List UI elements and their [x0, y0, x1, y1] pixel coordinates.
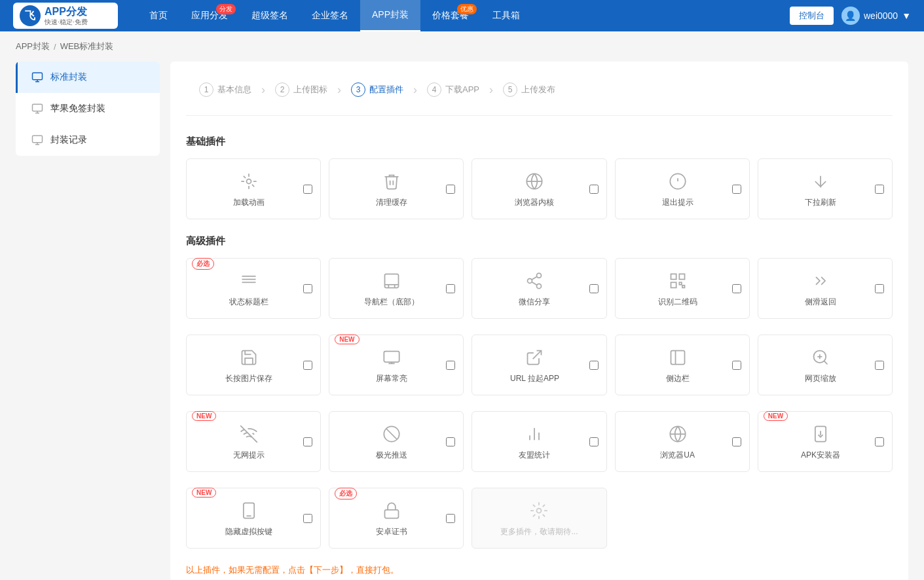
plugin-checkbox-sidebar[interactable] [732, 361, 741, 370]
plugin-name-browserua: 浏览器UA [660, 450, 695, 461]
header: 飞 APP分发 快速·稳定·免费 首页 应用分发 分发 超级签名 企业签名 AP… [0, 0, 924, 31]
plugin-inner: 导航栏（底部） [337, 269, 446, 308]
main-layout: 标准封装 苹果免签封装 封装记录 1 基本信息 [0, 62, 924, 580]
advanced-plugins-row4: NEW 隐藏虚拟按键 必选 [186, 488, 893, 549]
svg-rect-0 [33, 73, 43, 80]
svg-rect-2 [33, 136, 43, 143]
plugin-long-press-save[interactable]: 长按图片保存 [186, 335, 321, 395]
nav-enterprise-sign[interactable]: 企业签名 [300, 0, 360, 31]
plugin-checkbox-statusbar[interactable] [303, 284, 312, 293]
svg-line-33 [824, 361, 827, 364]
svg-point-17 [528, 279, 532, 283]
plugin-clear-cache[interactable]: 清理缓存 [329, 158, 464, 219]
nav-distribution[interactable]: 应用分发 分发 [179, 0, 240, 31]
plugin-no-network[interactable]: NEW 无网提示 [186, 411, 321, 472]
plugin-statusbar[interactable]: 必选 状态标题栏 [186, 258, 321, 319]
plugin-checkbox-androidcert[interactable] [446, 514, 455, 523]
plugin-name-bottomnav: 导航栏（底部） [364, 297, 419, 308]
plugin-inner: 屏幕常亮 [337, 346, 446, 384]
nav-toolbox[interactable]: 工具箱 [481, 0, 532, 31]
plugin-wechat-share[interactable]: 微信分享 [471, 258, 606, 319]
plugin-checkbox-longpresssave[interactable] [303, 361, 312, 370]
plugin-checkbox-bottomnav[interactable] [446, 284, 455, 293]
plugin-checkbox-qrcode[interactable] [732, 284, 741, 293]
plugin-sidebar[interactable]: 侧边栏 [615, 335, 750, 395]
no-network-icon [237, 422, 261, 446]
plugin-browser-ua[interactable]: 浏览器UA [615, 411, 750, 472]
basic-plugins-title: 基础插件 [186, 136, 893, 148]
plugin-checkbox-browser[interactable] [589, 185, 599, 194]
plugin-swipe-back[interactable]: 侧滑返回 [758, 258, 893, 319]
header-right: 控制台 👤 wei0000 ▼ [790, 7, 911, 25]
plugin-inner: 浏览器内核 [480, 170, 589, 208]
plugin-checkbox-refresh[interactable] [875, 185, 884, 194]
nav-super-sign[interactable]: 超级签名 [240, 0, 300, 31]
plugin-checkbox-cache[interactable] [446, 185, 455, 194]
svg-rect-30 [671, 351, 684, 365]
plugin-checkbox-hidenavbar[interactable] [303, 514, 312, 523]
plugin-loading-animation[interactable]: 加载动画 [186, 158, 321, 219]
nav-home[interactable]: 首页 [138, 0, 179, 31]
svg-rect-23 [671, 282, 676, 287]
plugin-checkbox-swipeback[interactable] [875, 284, 884, 293]
breadcrumb-app-package[interactable]: APP封装 [16, 41, 50, 52]
plugin-checkbox-exit[interactable] [732, 185, 741, 194]
plugin-jpush[interactable]: 极光推送 [329, 411, 464, 472]
plugin-apk-installer[interactable]: NEW APK安装器 [758, 411, 893, 472]
plugin-name-apkinstaller: APK安装器 [801, 450, 840, 461]
plugin-checkbox-umeng[interactable] [589, 437, 599, 446]
url-launch-icon [523, 346, 546, 369]
svg-rect-47 [385, 510, 399, 518]
svg-line-8 [821, 181, 826, 187]
sidebar-label-apple: 苹果免签封装 [50, 103, 105, 115]
loading-animation-icon [237, 170, 261, 193]
plugin-checkbox-screenon[interactable] [446, 361, 455, 370]
plugin-screen-always-on[interactable]: NEW 屏幕常亮 [329, 335, 464, 395]
plugin-checkbox-apkinstaller[interactable] [875, 437, 884, 446]
plugin-qrcode[interactable]: 识别二维码 [615, 258, 750, 319]
plugin-checkbox-urllaunch[interactable] [589, 361, 599, 370]
breadcrumb-current: WEB标准封装 [60, 41, 114, 52]
svg-point-16 [537, 273, 542, 278]
svg-rect-1 [33, 104, 43, 111]
footer-note: 以上插件，如果无需配置，点击【下一步】，直接打包。 [186, 564, 893, 576]
nav-pricing[interactable]: 价格套餐 优惠 [420, 0, 481, 31]
sidebar-item-standard[interactable]: 标准封装 [16, 62, 160, 93]
svg-line-29 [533, 351, 542, 359]
plugin-pull-refresh[interactable]: 下拉刷新 [758, 158, 893, 219]
plugin-bottom-nav[interactable]: 导航栏（底部） [329, 258, 464, 319]
plugin-checkbox-loading[interactable] [303, 185, 312, 194]
sidebar-item-apple[interactable]: 苹果免签封装 [16, 93, 160, 124]
plugin-checkbox-pagezoom[interactable] [875, 361, 884, 370]
plugin-exit-prompt[interactable]: 退出提示 [615, 158, 750, 219]
plugin-inner: 加载动画 [194, 170, 303, 208]
plugin-inner: 清理缓存 [337, 170, 446, 208]
plugin-checkbox-nonetwork[interactable] [303, 437, 312, 446]
long-press-save-icon [237, 346, 261, 369]
svg-point-18 [537, 284, 542, 289]
plugin-url-launch[interactable]: URL 拉起APP [471, 335, 606, 395]
bottom-nav-icon [380, 269, 403, 293]
sidebar-label-records: 封装记录 [50, 134, 87, 146]
plugin-checkbox-wechatshare[interactable] [589, 284, 599, 293]
plugin-browser-core[interactable]: 浏览器内核 [471, 158, 606, 219]
nav-app-package[interactable]: APP封装 [360, 0, 420, 31]
step-4-num: 4 [427, 82, 441, 97]
svg-rect-25 [682, 285, 685, 288]
plugin-android-cert[interactable]: 必选 安卓证书 [329, 488, 464, 549]
plugin-page-zoom[interactable]: 网页缩放 [758, 335, 893, 395]
content-area: 1 基本信息 › 2 上传图标 › 3 配置插件 › 4 下载APP › 5 上… [170, 62, 908, 580]
plugin-umeng-stats[interactable]: 友盟统计 [471, 411, 606, 472]
breadcrumb-sep: / [54, 42, 56, 52]
sidebar: 标准封装 苹果免签封装 封装记录 [16, 62, 160, 156]
sidebar-item-records[interactable]: 封装记录 [16, 124, 160, 156]
plugin-inner: 安卓证书 [337, 499, 446, 537]
plugin-name-wechatshare: 微信分享 [519, 297, 550, 308]
tag-new-apk: NEW [764, 411, 788, 421]
plugin-checkbox-jpush[interactable] [446, 437, 455, 446]
statusbar-icon [237, 269, 261, 293]
control-panel-button[interactable]: 控制台 [790, 7, 834, 25]
user-menu[interactable]: 👤 wei0000 ▼ [841, 7, 911, 25]
plugin-checkbox-browserua[interactable] [732, 437, 741, 446]
plugin-hide-navbar[interactable]: NEW 隐藏虚拟按键 [186, 488, 321, 549]
